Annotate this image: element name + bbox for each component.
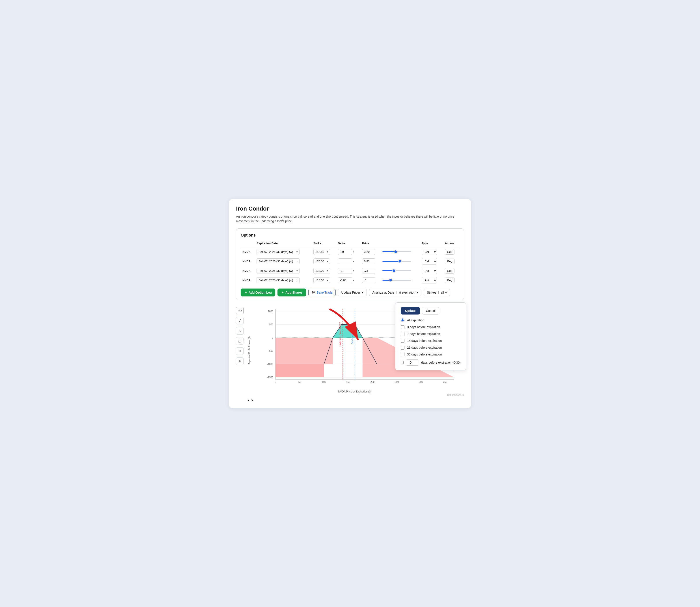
watermark: OptionCharts.io [246,394,464,396]
action-badge[interactable]: Sell [445,268,455,274]
price-cell [360,247,381,257]
price-input[interactable] [362,258,375,264]
page-description: An iron condor strategy consists of one … [236,214,464,224]
selection-icon[interactable]: ⬚ [236,337,243,345]
30days-option[interactable]: 30 days before expiration [401,353,461,356]
delta-chevron: ▾ [353,270,354,272]
delta-chevron: ▾ [353,251,354,253]
price-slider[interactable] [382,270,411,271]
price-input[interactable] [362,249,375,255]
custom-days-row: days before expiration (0-30) [401,359,461,365]
type-select[interactable]: Call Put [422,249,437,255]
scroll-up-icon[interactable]: ∧ [247,398,249,402]
delta-input[interactable] [338,268,352,274]
svg-text:500: 500 [269,323,273,326]
bottom-nav: ∧ ∨ [247,398,464,402]
svg-text:1000: 1000 [268,310,273,313]
action-badge[interactable]: Buy [445,258,455,264]
strike-cell [312,266,336,275]
at-expiration-option[interactable]: At expiration [401,318,461,322]
price-input[interactable] [362,268,375,274]
action-badge[interactable]: Sell [445,249,455,255]
chevron-down-icon-2: ▾ [417,291,418,294]
cancel-button[interactable]: Cancel [422,307,439,315]
expiration-cell: Feb 07, 2025 (30 days) (w) [255,247,312,257]
price-input[interactable] [362,277,375,283]
21days-option[interactable]: 21 days before expiration [401,346,461,350]
col-action: Action [443,241,459,247]
update-prices-button[interactable]: Update Prices ▾ [338,289,367,296]
7days-checkbox[interactable] [401,332,404,336]
update-button[interactable]: Update [401,307,420,315]
delta-input[interactable] [338,258,352,264]
options-title: Options [241,233,459,238]
svg-text:0: 0 [275,381,276,383]
line-icon[interactable]: ╱ [236,317,243,325]
text-icon[interactable]: TXT [236,307,243,314]
svg-text:300: 300 [419,381,423,383]
delta-input[interactable] [338,249,352,255]
30days-checkbox[interactable] [401,353,404,356]
svg-marker-25 [276,364,324,377]
svg-marker-22 [276,338,324,364]
table-row: NVDA Feb 07, 2025 (30 days) (w) ▾ [241,266,459,275]
ticker-cell: NVDA [241,257,255,266]
scroll-down-icon[interactable]: ∨ [251,398,253,402]
chart-sidebar: TXT ╱ △ ⬚ ⊞ ⊘ [236,305,243,396]
svg-text:200: 200 [371,381,375,383]
save-trade-button[interactable]: 💾 Save Trade [308,289,336,296]
col-strike: Strike [312,241,336,247]
ticker-cell: NVDA [241,247,255,257]
21days-label: 21 days before expiration [407,346,442,349]
type-select[interactable]: Call Put [422,258,437,265]
custom-days-input[interactable] [406,359,419,365]
custom-days-checkbox[interactable] [401,361,403,364]
3days-option[interactable]: 3 days before expiration [401,325,461,329]
at-expiration-radio[interactable] [401,318,404,322]
14days-checkbox[interactable] [401,339,404,343]
price-cell [360,266,381,275]
slider-cell [381,247,420,257]
strike-input[interactable] [314,277,330,283]
price-slider[interactable] [382,280,411,280]
type-select[interactable]: Put Call [422,268,437,274]
strike-input[interactable] [314,249,330,255]
slider-cell [381,257,420,266]
type-select[interactable]: Put Call [422,277,437,284]
14days-option[interactable]: 14 days before expiration [401,339,461,343]
col-slider [381,241,420,247]
strikes-button[interactable]: Strikes | all ▾ [424,289,450,296]
delta-cell: ▾ [336,266,360,275]
strike-input[interactable] [314,258,330,264]
col-price: Price [360,241,381,247]
3days-checkbox[interactable] [401,325,404,329]
price-cell [360,275,381,285]
14days-label: 14 days before expiration [407,339,442,342]
svg-text:0: 0 [272,336,273,339]
add-option-leg-button[interactable]: ＋ Add Option Leg [241,289,275,296]
strike-input[interactable] [314,268,330,274]
svg-text:-500: -500 [268,350,273,352]
expiration-select[interactable]: Feb 07, 2025 (30 days) (w) [257,258,300,264]
strike-cell [312,257,336,266]
popup-actions: Update Cancel [401,307,461,315]
expiration-cell: Feb 07, 2025 (30 days) (w) [255,266,312,275]
grid-icon[interactable]: ⊞ [236,347,243,355]
type-cell: Call Put [420,257,443,266]
21days-checkbox[interactable] [401,346,404,350]
price-slider[interactable] [382,261,411,261]
expiration-select[interactable]: Feb 07, 2025 (30 days) (w) [257,268,300,274]
7days-label: 7 days before expiration [407,332,440,336]
add-shares-button[interactable]: ＋ Add Shares [278,289,306,296]
triangle-icon[interactable]: △ [236,327,243,335]
price-slider[interactable] [382,251,411,252]
action-badge[interactable]: Buy [445,277,455,283]
analyze-at-date-button[interactable]: Analyze at Date | at expiration ▾ [369,289,421,296]
expiration-select[interactable]: Feb 07, 2025 (30 days) (w) [257,249,300,255]
expiration-select[interactable]: Feb 07, 2025 (30 days) (w) [257,277,300,283]
delta-input[interactable] [338,277,352,283]
7days-option[interactable]: 7 days before expiration [401,332,461,336]
eye-slash-icon[interactable]: ⊘ [236,357,243,365]
svg-text:100: 100 [322,381,326,383]
delta-chevron: ▾ [353,279,354,281]
